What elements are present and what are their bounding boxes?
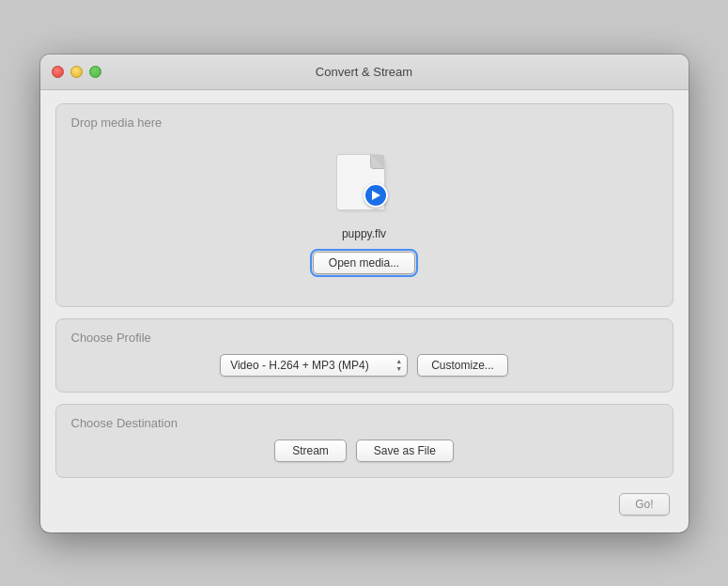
choose-destination-section: Choose Destination Stream Save as File (55, 404, 674, 478)
choose-profile-label: Choose Profile (71, 331, 658, 345)
choose-profile-section: Choose Profile Video - H.264 + MP3 (MP4)… (55, 318, 674, 393)
profile-select-wrapper: Video - H.264 + MP3 (MP4) Audio - MP3 Vi… (220, 354, 408, 377)
play-badge (364, 183, 388, 208)
file-icon (336, 154, 385, 210)
main-window: Convert & Stream Drop media here puppy.f… (40, 54, 689, 532)
drop-media-label: Drop media here (71, 116, 658, 130)
maximize-button[interactable] (89, 66, 101, 78)
customize-button[interactable]: Customize... (417, 354, 508, 377)
close-button[interactable] (52, 66, 64, 78)
titlebar: Convert & Stream (40, 54, 689, 90)
stream-button[interactable]: Stream (274, 440, 347, 462)
file-name: puppy.flv (342, 227, 386, 240)
go-button[interactable]: Go! (619, 493, 669, 516)
choose-destination-label: Choose Destination (71, 416, 658, 430)
drop-area[interactable]: puppy.flv Open media... (71, 139, 658, 289)
traffic-lights (52, 66, 101, 78)
save-as-file-button[interactable]: Save as File (356, 440, 454, 462)
drop-media-section: Drop media here puppy.flv Open media... (55, 103, 674, 307)
profile-select[interactable]: Video - H.264 + MP3 (MP4) Audio - MP3 Vi… (220, 354, 408, 377)
open-media-button[interactable]: Open media... (313, 252, 415, 274)
window-content: Drop media here puppy.flv Open media... … (40, 90, 689, 532)
play-icon (372, 191, 380, 200)
profile-controls: Video - H.264 + MP3 (MP4) Audio - MP3 Vi… (71, 354, 658, 377)
footer: Go! (55, 489, 674, 517)
file-icon-container (336, 154, 393, 220)
window-title: Convert & Stream (316, 65, 412, 79)
destination-buttons: Stream Save as File (71, 440, 658, 462)
minimize-button[interactable] (70, 66, 83, 78)
